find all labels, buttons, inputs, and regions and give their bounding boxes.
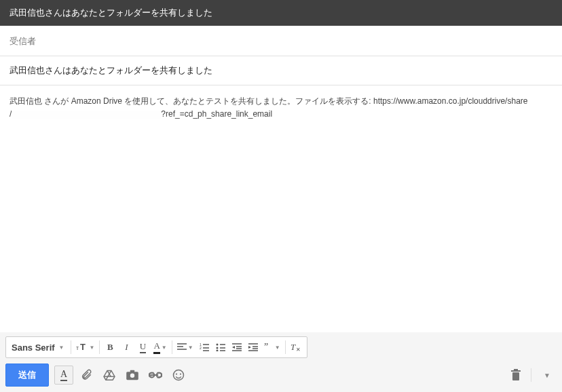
insert-drive-button[interactable] bbox=[99, 365, 119, 385]
remove-formatting-button[interactable]: T✕ bbox=[288, 339, 304, 355]
emoji-icon bbox=[172, 369, 185, 381]
caret-down-icon: ▼ bbox=[59, 345, 64, 351]
svg-point-40 bbox=[176, 373, 177, 374]
caret-down-icon: ▼ bbox=[162, 345, 167, 351]
attach-file-button[interactable] bbox=[76, 365, 96, 385]
svg-rect-44 bbox=[514, 369, 518, 370]
font-family-picker[interactable]: Sans Serif ▼ bbox=[9, 339, 69, 355]
subject-value: 武田信也さんはあなたとフォルダーを共有しました bbox=[10, 65, 212, 75]
italic-button[interactable]: I bbox=[118, 339, 134, 355]
svg-marker-20 bbox=[232, 346, 235, 349]
svg-text:”: ” bbox=[264, 343, 268, 351]
body-text-1: 武田信也 さんが Amazon Drive を使用して、あなたとテストを共有しま… bbox=[10, 96, 373, 106]
svg-rect-34 bbox=[130, 370, 134, 372]
svg-point-41 bbox=[180, 373, 181, 374]
indent-less-button[interactable] bbox=[229, 339, 245, 355]
camera-icon bbox=[126, 370, 139, 380]
svg-text:т: т bbox=[76, 345, 79, 351]
separator bbox=[71, 340, 71, 354]
svg-text:T: T bbox=[291, 342, 296, 352]
insert-photo-button[interactable] bbox=[122, 365, 143, 385]
formatting-toolbar: Sans Serif ▼ тT ▼ B I U A ▼ ▼ 12 bbox=[5, 336, 307, 358]
bulleted-list-button[interactable] bbox=[212, 339, 229, 355]
svg-point-10 bbox=[216, 344, 218, 346]
caret-down-icon: ▼ bbox=[275, 345, 280, 351]
indent-more-icon bbox=[248, 343, 258, 351]
redacted-segment bbox=[12, 111, 161, 119]
quote-button[interactable]: ” ▼ bbox=[261, 339, 283, 355]
discard-draft-button[interactable] bbox=[506, 365, 526, 385]
separator bbox=[172, 340, 172, 354]
numbered-list-icon: 12 bbox=[200, 343, 209, 351]
svg-point-35 bbox=[130, 374, 134, 378]
caret-down-icon: ▼ bbox=[544, 372, 550, 379]
underline-button[interactable]: U bbox=[134, 339, 151, 355]
svg-text:✕: ✕ bbox=[296, 347, 301, 352]
send-button[interactable]: 送信 bbox=[5, 364, 49, 387]
font-size-icon: тT bbox=[76, 342, 88, 352]
compose-action-bar: 送信 A ▼ bbox=[5, 364, 557, 387]
recipient-label: 受信者 bbox=[10, 36, 36, 46]
body-url-head: https://www.amazon.co.jp/clouddrive/shar… bbox=[373, 96, 527, 106]
paperclip-icon bbox=[80, 369, 92, 381]
svg-marker-29 bbox=[104, 370, 115, 380]
bulleted-list-icon bbox=[216, 343, 225, 351]
caret-down-icon: ▼ bbox=[188, 345, 193, 351]
compose-title: 武田信也さんはあなたとフォルダーを共有しました bbox=[10, 7, 212, 18]
remove-formatting-icon: T✕ bbox=[291, 342, 301, 352]
compose-header: 武田信也さんはあなたとフォルダーを共有しました bbox=[0, 0, 562, 26]
body-line2-suffix: ?ref_=cd_ph_share_link_email bbox=[161, 109, 272, 119]
recipient-field[interactable]: 受信者 bbox=[0, 26, 562, 56]
caret-down-icon: ▼ bbox=[90, 345, 95, 351]
formatting-toggle-icon: A bbox=[60, 369, 67, 381]
svg-rect-42 bbox=[512, 372, 519, 380]
separator bbox=[99, 340, 100, 354]
link-icon bbox=[149, 371, 162, 379]
separator bbox=[285, 340, 286, 354]
svg-rect-43 bbox=[511, 370, 521, 372]
font-family-label: Sans Serif bbox=[12, 342, 55, 353]
svg-text:2: 2 bbox=[200, 346, 202, 350]
quote-icon: ” bbox=[264, 343, 274, 351]
align-left-icon bbox=[177, 343, 187, 351]
insert-link-button[interactable] bbox=[145, 365, 166, 385]
svg-marker-25 bbox=[248, 346, 251, 349]
svg-point-12 bbox=[216, 350, 218, 352]
insert-emoji-button[interactable] bbox=[168, 365, 189, 385]
subject-field[interactable]: 武田信也さんはあなたとフォルダーを共有しました bbox=[0, 56, 562, 85]
numbered-list-button[interactable]: 12 bbox=[196, 339, 212, 355]
message-body[interactable]: 武田信也 さんが Amazon Drive を使用して、あなたとテストを共有しま… bbox=[0, 85, 562, 328]
separator bbox=[531, 368, 531, 382]
bold-button[interactable]: B bbox=[102, 339, 118, 355]
svg-text:T: T bbox=[80, 342, 86, 352]
drive-icon bbox=[103, 370, 115, 380]
align-button[interactable]: ▼ bbox=[174, 339, 196, 355]
text-color-button[interactable]: A ▼ bbox=[151, 339, 169, 355]
formatting-toggle-button[interactable]: A bbox=[54, 366, 73, 385]
trash-icon bbox=[511, 369, 521, 381]
compose-toolbar: Sans Serif ▼ тT ▼ B I U A ▼ ▼ 12 bbox=[0, 332, 562, 392]
indent-less-icon bbox=[232, 343, 242, 351]
font-size-button[interactable]: тT ▼ bbox=[73, 339, 98, 355]
indent-more-button[interactable] bbox=[245, 339, 261, 355]
more-options-button[interactable]: ▼ bbox=[536, 365, 557, 385]
svg-point-11 bbox=[216, 347, 218, 349]
